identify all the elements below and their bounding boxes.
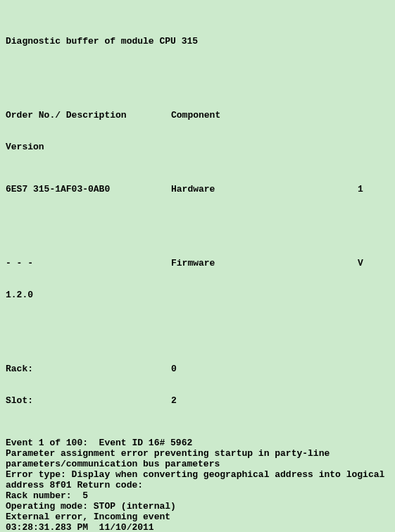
- event-line: 03:28:31.283 PM 11/10/2011: [6, 522, 389, 532]
- event-line: address 8f01 Return code:: [6, 480, 389, 490]
- rack-value: 0: [171, 364, 177, 374]
- order-firmware: - - -: [6, 258, 171, 268]
- event-line: Error type: Display when converting geog…: [6, 469, 389, 480]
- table-header-row: Order No./ DescriptionComponent: [6, 110, 389, 120]
- event-header: Event 1 of 100: Event ID 16# 5962: [6, 438, 389, 448]
- order-number: 6ES7 315-1AF03-0AB0: [6, 184, 171, 194]
- version-hardware: 1: [358, 184, 363, 194]
- event-line: Operating mode: STOP (internal): [6, 501, 389, 512]
- version-firmware-value: 1.2.0: [6, 290, 389, 300]
- blank-line: [6, 216, 389, 226]
- module-row-firmware: - - -FirmwareV: [6, 258, 389, 268]
- blank-line: [6, 321, 389, 332]
- event-line: External error, Incoming event: [6, 512, 389, 522]
- component-firmware: Firmware: [171, 258, 358, 268]
- slot-row: Slot:2: [6, 395, 389, 406]
- event-entry: Event 1 of 100: Event ID 16# 5962Paramet…: [6, 438, 389, 532]
- page-title: Diagnostic buffer of module CPU 315: [6, 36, 389, 47]
- event-line: Rack number: 5: [6, 490, 389, 501]
- col-header-component: Component: [171, 110, 358, 120]
- events-container: Event 1 of 100: Event ID 16# 5962Paramet…: [6, 438, 389, 532]
- slot-label: Slot:: [6, 395, 171, 406]
- rack-label: Rack:: [6, 364, 171, 374]
- module-row-hardware: 6ES7 315-1AF03-0AB0Hardware1: [6, 184, 389, 194]
- version-firmware-prefix: V: [358, 258, 363, 268]
- component-hardware: Hardware: [171, 184, 358, 194]
- event-line: Parameter assignment error preventing st…: [6, 448, 389, 459]
- rack-row: Rack:0: [6, 364, 389, 374]
- col-header-version: Version: [6, 142, 389, 152]
- slot-value: 2: [171, 395, 177, 406]
- col-header-order: Order No./ Description: [6, 110, 171, 120]
- diagnostic-buffer-screen: Diagnostic buffer of module CPU 315 Orde…: [0, 0, 395, 532]
- blank-line: [6, 68, 389, 78]
- event-line: parameters/communication bus parameters: [6, 459, 389, 469]
